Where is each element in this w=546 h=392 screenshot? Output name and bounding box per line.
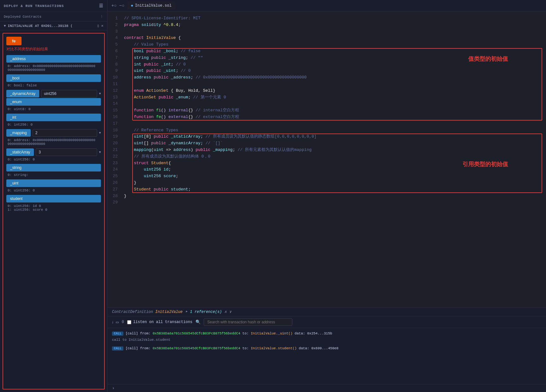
code-line-12: enum ActionSet { Buy, Hold, Sell} <box>124 88 542 94</box>
func-mapping-button[interactable]: _mapping <box>6 129 31 137</box>
func-dynamicarray-chevron[interactable]: ▼ <box>99 92 101 96</box>
code-line-5: // Value Types <box>124 41 542 48</box>
top-bar: +○ −○ ◆ InitialValue.sol <box>108 0 546 11</box>
code-line-27: Student public student; <box>124 186 542 193</box>
bottom-expand-arrow[interactable]: › <box>108 384 546 392</box>
tx-listen-label: listen on all transactions <box>133 320 192 324</box>
deployed-label: Deployed Contracts <box>4 15 41 19</box>
file-tab: ◆ InitialValue.sol <box>127 2 175 9</box>
code-line-21: mapping(uint => address) public _mapping… <box>124 147 542 153</box>
func-student-button[interactable]: student <box>6 195 101 202</box>
filename: InitialValue.sol <box>135 3 171 8</box>
tx-icons: ↓ ▭ <box>111 320 119 325</box>
func-dynamicarray-row: _dynamicArray ▼ <box>6 90 101 97</box>
func-staticarray-chevron[interactable]: ▼ <box>99 151 101 154</box>
code-line-29 <box>124 199 542 206</box>
func-staticarray-button[interactable]: _staticArray <box>6 148 34 156</box>
zoom-out-icon[interactable]: −○ <box>119 3 125 8</box>
nav-up[interactable]: ∧ <box>224 309 226 314</box>
func-dynamicarray-input[interactable] <box>41 90 97 97</box>
code-line-11 <box>124 81 542 88</box>
panel-header: DEPLOY & RUN TRANSACTIONS ☰ <box>0 0 107 12</box>
left-panel: DEPLOY & RUN TRANSACTIONS ☰ Deployed Con… <box>0 0 108 392</box>
tx-toolbar: ↓ ▭ 0 listen on all transactions 🔍 <box>108 316 546 328</box>
tx-detail-2: [call] from: 0x5B38Da6a701c568545dCfcB03… <box>126 346 338 350</box>
func-uint-button[interactable]: _uint <box>6 179 101 187</box>
call-badge-2: CALL <box>112 346 123 351</box>
code-area: 12345 678910 1112131415 1617181920 21222… <box>108 11 546 316</box>
collapse-chevron[interactable]: ▼ <box>4 24 6 28</box>
call-badge-1: CALL <box>112 332 123 336</box>
code-line-13: ActionSet public _enum; // 第一个元素 0 <box>124 94 542 101</box>
code-line-6: bool public _bool; // false <box>124 48 542 55</box>
func-staticarray-result: 0: uint256: 0 <box>6 157 101 164</box>
contract-def-text: ContractDefinition InitialValue <box>112 310 183 314</box>
func-enum-button[interactable]: _enum <box>6 98 101 106</box>
code-line-16: function fe() external{} // external空白方程 <box>124 114 542 121</box>
compare-label: 对比不同类型的初始结果 <box>6 47 101 52</box>
contract-def-arrow[interactable]: ➤ <box>185 309 187 314</box>
code-line-17 <box>124 121 542 127</box>
tx-entries: CALL [call] from: 0x5B38Da6a701c568545dC… <box>108 328 546 384</box>
code-line-25: uint256 score; <box>124 173 542 180</box>
tx-search-icon[interactable]: 🔍 <box>195 320 201 325</box>
tx-entry-1: CALL [call] from: 0x5B38Da6a701c568545dC… <box>112 330 542 337</box>
func-mapping-result: 0: address: 0x00000000000000000000000000… <box>6 137 101 148</box>
ref-count: 1 reference(s) <box>190 310 222 314</box>
code-line-19: uint[8] public _staticArray; // 所有成员设为其默… <box>124 134 542 140</box>
code-content: 12345 678910 1112131415 1617181920 21222… <box>108 11 546 307</box>
func-address-button[interactable]: _address <box>6 55 101 63</box>
func-mapping-input[interactable] <box>33 129 97 137</box>
contract-def-bar: ContractDefinition InitialValue ➤ 1 refe… <box>108 307 546 316</box>
code-line-28: } <box>124 193 542 200</box>
code-line-7: string public _string; // "" <box>124 55 542 61</box>
tx-clear-icon[interactable]: ▭ <box>116 320 118 325</box>
func-bool-button[interactable]: _bool <box>6 74 101 82</box>
contract-header: ▼ INITIALVALUE AT 0XD91...39138 ( ▯ ✕ <box>0 22 107 30</box>
deployed-menu-icon[interactable]: ⋮ <box>100 15 103 19</box>
func-address-result: 0: address: 0x00000000000000000000000000… <box>6 63 101 74</box>
fe-button[interactable]: fe <box>6 37 22 45</box>
func-int-result: 0: int256: 0 <box>6 122 101 129</box>
sol-file-icon: ◆ <box>131 3 133 8</box>
panel-title: DEPLOY & RUN TRANSACTIONS <box>4 4 64 8</box>
zoom-in-icon[interactable]: +○ <box>111 3 117 8</box>
tx-search-input[interactable] <box>204 318 292 326</box>
tx-checkbox-row: listen on all transactions <box>127 320 192 324</box>
func-int-button[interactable]: _int <box>6 114 101 121</box>
func-staticarray-input[interactable] <box>36 148 97 156</box>
func-mapping-chevron[interactable]: ▼ <box>99 131 101 135</box>
code-line-10: address public _address; // 0x0000000000… <box>124 74 542 81</box>
code-line-9: uint public _uint; // 0 <box>124 68 542 74</box>
func-string-button[interactable]: _string <box>6 164 101 171</box>
tx-log: ↓ ▭ 0 listen on all transactions 🔍 CALL … <box>108 316 546 392</box>
func-student-result: 0: uint256: id 01: uint256: score 0 <box>6 203 101 214</box>
tx-listen-checkbox[interactable] <box>127 320 131 324</box>
func-staticarray-row: _staticArray ▼ <box>6 148 101 156</box>
line-numbers: 12345 678910 1112131415 1617181920 21222… <box>108 11 120 307</box>
code-line-3 <box>124 28 542 35</box>
contract-instance-name: INITIALVALUE AT 0XD91...39138 ( <box>8 24 95 28</box>
code-line-22: // 所有成员设为其默认值的结构体 0，0 <box>124 153 542 160</box>
panel-menu-icon[interactable]: ☰ <box>99 3 103 9</box>
tx-detail-1: [call] from: 0x5B38Da6a701c568545dCfcB03… <box>126 332 332 335</box>
code-line-23: struct Student{ <box>124 160 542 167</box>
copy-address-icon[interactable]: ▯ <box>97 23 99 28</box>
code-line-26: } <box>124 180 542 186</box>
func-uint-result: 0: uint256: 0 <box>6 188 101 195</box>
code-line-4: contract InitialValue { <box>124 35 542 41</box>
func-dynamicarray-button[interactable]: _dynamicArray <box>6 90 39 97</box>
close-contract-icon[interactable]: ✕ <box>101 23 103 28</box>
tx-filter-icon[interactable]: ↓ <box>111 320 114 325</box>
nav-down[interactable]: ∨ <box>229 309 232 314</box>
code-line-20: uint[] public _dynamicArray; // `[]` <box>124 140 542 147</box>
functions-area: fe 对比不同类型的初始结果 _address 0: address: 0x00… <box>3 33 105 389</box>
tx-count: 0 <box>122 320 124 324</box>
func-enum-result: 0: uint8: 0 <box>6 106 101 114</box>
code-line-14 <box>124 101 542 107</box>
code-line-18: // Reference Types <box>124 127 542 134</box>
func-bool-result: 0: bool: false <box>6 83 101 90</box>
tx-call-to: call to InitialValue.student <box>112 337 542 342</box>
code-line-15: function fi() internal{} // internal空白方程 <box>124 107 542 114</box>
code-line-1: // SPDX-License-Identifier: MIT <box>124 15 542 22</box>
